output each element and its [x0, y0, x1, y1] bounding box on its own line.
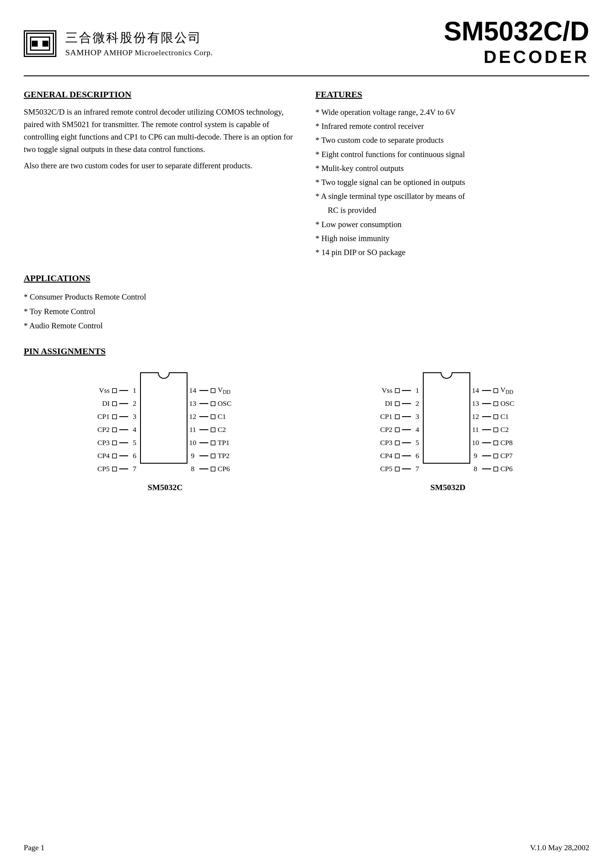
chip-notch-d [441, 372, 452, 379]
pin-stub [482, 390, 491, 391]
pin-stub [482, 468, 491, 469]
pin-square [395, 401, 400, 406]
pin-row-cp3: CP3 5 [92, 436, 140, 450]
pin-stub [200, 456, 208, 456]
pin-square [494, 401, 498, 406]
pin-stub [119, 442, 128, 443]
pin-stub [119, 456, 128, 456]
pin-row-d-di: DI 2 [375, 397, 423, 410]
general-description-body: SM5032C/D is an infrared remote control … [24, 106, 297, 172]
pin-square [211, 414, 215, 419]
sm5032c-chip: Vss 1 DI 2 CP1 3 [92, 372, 238, 476]
main-content: GENERAL DESCRIPTION SM5032C/D is an infr… [24, 88, 589, 260]
pin-square [494, 454, 498, 458]
pin-row-d-vss: Vss 1 [375, 384, 423, 397]
pin-square [211, 454, 215, 458]
pin-square [494, 428, 498, 432]
app-item-2: Toy Remote Control [24, 304, 589, 319]
feature-item-8: Low power consumption [316, 218, 589, 231]
pin-stub [119, 416, 128, 417]
pin-row-d-11: 11 C2 [470, 423, 521, 436]
app-item-1: Consumer Products Remote Control [24, 290, 589, 304]
pin-stub [402, 456, 411, 456]
pin-stub [200, 416, 208, 417]
pin-stub [119, 468, 128, 469]
pin-square [494, 414, 498, 419]
pin-row-d-cp2: CP2 4 [375, 423, 423, 436]
pin-square [494, 440, 498, 445]
sm5032c-diagram: Vss 1 DI 2 CP1 3 [92, 372, 238, 493]
company-info: 三合微科股份有限公司 SAMHOP AMHOP Microelectronics… [24, 29, 213, 58]
sm5032d-left-pins: Vss 1 DI 2 CP1 3 [375, 372, 423, 476]
pin-row-d-10: 10 CP8 [470, 436, 521, 450]
pin-stub [482, 429, 491, 430]
pin-square [395, 467, 400, 471]
pin-square [211, 467, 215, 471]
pin-stub [119, 403, 128, 404]
applications-title: APPLICATIONS [24, 272, 589, 284]
sm5032d-body [423, 372, 470, 464]
pin-row-d-cp5: CP5 7 [375, 462, 423, 476]
pin-row-14: 14 VDD [187, 384, 238, 397]
pin-stub [402, 429, 411, 430]
pin-row-d-9: 9 CP7 [470, 450, 521, 462]
company-logo [24, 30, 56, 57]
pin-stub [200, 468, 208, 469]
pin-stub [200, 403, 208, 404]
pin-square [211, 440, 215, 445]
pin-stub [482, 456, 491, 456]
chip-notch [158, 372, 170, 379]
pin-row-9: 9 TP2 [187, 450, 238, 462]
page-number: Page 1 [24, 842, 45, 853]
chip-subtitle: DECODER [444, 45, 589, 70]
general-description-p2: Also there are two custom codes for user… [24, 160, 297, 172]
general-description-section: GENERAL DESCRIPTION SM5032C/D is an infr… [24, 88, 297, 260]
pin-row-d-14: 14 VDD [470, 384, 521, 397]
pin-row-d-8: 8 CP6 [470, 462, 521, 476]
pin-square [395, 414, 400, 419]
general-description-p1: SM5032C/D is an infrared remote control … [24, 106, 297, 155]
pin-square [112, 388, 117, 393]
pin-stub [402, 468, 411, 469]
applications-list: Consumer Products Remote Control Toy Rem… [24, 290, 589, 333]
sm5032d-right-pins: 14 VDD 13 OSC 12 C [470, 372, 521, 476]
pin-square [395, 440, 400, 445]
features-section: FEATURES Wide operation voltage range, 2… [316, 88, 589, 260]
feature-item-7b: RC is provided [316, 204, 589, 217]
pin-square [112, 440, 117, 445]
applications-section: APPLICATIONS Consumer Products Remote Co… [24, 272, 589, 333]
pin-stub [482, 416, 491, 417]
pin-square [112, 414, 117, 419]
pin-square [395, 454, 400, 458]
pin-row-d-cp3: CP3 5 [375, 436, 423, 450]
pin-row-cp1: CP1 3 [92, 410, 140, 423]
pin-row-d-cp1: CP1 3 [375, 410, 423, 423]
app-item-3: Audio Remote Control [24, 319, 589, 333]
pin-row-d-cp4: CP4 6 [375, 450, 423, 462]
feature-item-10: 14 pin DIP or SO package [316, 246, 589, 259]
pin-stub [402, 390, 411, 391]
pin-row-12: 12 C1 [187, 410, 238, 423]
sm5032d-diagram: Vss 1 DI 2 CP1 3 [375, 372, 521, 493]
features-title: FEATURES [316, 88, 589, 101]
pin-row-d-13: 13 OSC [470, 397, 521, 410]
pin-square [494, 467, 498, 471]
pin-stub [402, 442, 411, 443]
pin-square [211, 428, 215, 432]
feature-item-6: Two toggle signal can be optioned in out… [316, 176, 589, 189]
pin-row-cp5: CP5 7 [92, 462, 140, 476]
pin-square [395, 428, 400, 432]
pin-stub [200, 390, 208, 391]
chinese-company-name: 三合微科股份有限公司 [65, 29, 213, 46]
pin-row-vss: Vss 1 [92, 384, 140, 397]
pin-stub [200, 429, 208, 430]
feature-item-3: Two custom code to separate products [316, 134, 589, 147]
pin-square [112, 467, 117, 471]
sm5032c-left-pins: Vss 1 DI 2 CP1 3 [92, 372, 140, 476]
pin-row-d-12: 12 C1 [470, 410, 521, 423]
svg-rect-2 [32, 41, 38, 46]
version-date: V.1.0 May 28,2002 [530, 842, 589, 853]
feature-item-1: Wide operation voltage range, 2.4V to 6V [316, 106, 589, 119]
svg-rect-3 [42, 41, 48, 46]
feature-item-5: Mulit-key control outputs [316, 162, 589, 175]
